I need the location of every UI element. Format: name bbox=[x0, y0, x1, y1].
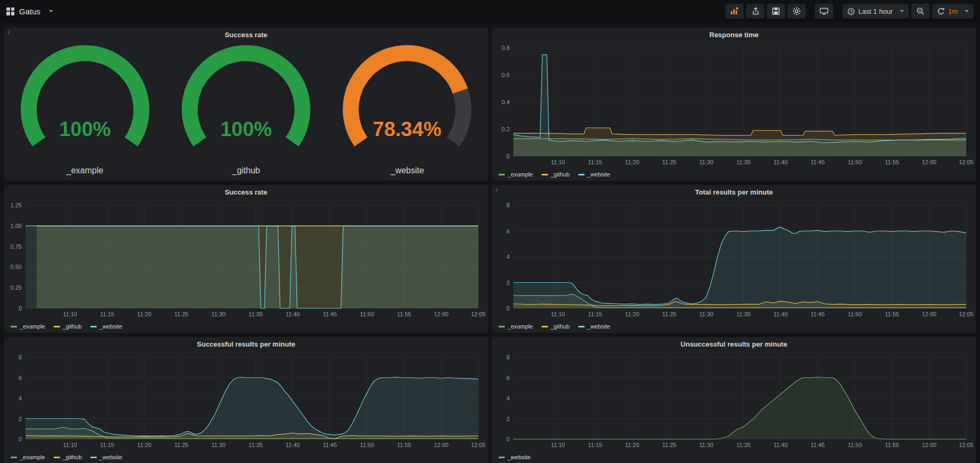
legend-item-_website[interactable]: _website bbox=[90, 454, 122, 460]
svg-text:12:00: 12:00 bbox=[434, 311, 449, 317]
legend-item-_github[interactable]: _github bbox=[54, 454, 82, 460]
gauge-value: 78.34% bbox=[373, 118, 442, 140]
svg-text:6: 6 bbox=[506, 375, 510, 381]
panel-header[interactable]: Total results per minute bbox=[492, 185, 976, 199]
svg-text:6: 6 bbox=[506, 228, 510, 234]
svg-text:11:35: 11:35 bbox=[249, 442, 263, 448]
y-axis-labels: 02468 bbox=[506, 202, 510, 312]
svg-text:8: 8 bbox=[19, 354, 22, 360]
legend-item-_github[interactable]: _github bbox=[542, 171, 570, 178]
series-_website bbox=[513, 227, 966, 308]
svg-text:4: 4 bbox=[506, 395, 510, 401]
svg-text:11:15: 11:15 bbox=[588, 159, 602, 165]
gauge-_example: 100% bbox=[5, 43, 165, 166]
chart-area: 00.250.500.751.001.2511:1011:1511:2011:2… bbox=[4, 199, 488, 321]
legend-item-_example[interactable]: _example bbox=[11, 323, 45, 330]
chart-total-results[interactable]: 0246811:1011:1511:2011:2511:3011:3511:40… bbox=[493, 199, 975, 319]
panel-info-icon[interactable]: i bbox=[496, 186, 497, 192]
legend-item-_example[interactable]: _example bbox=[11, 454, 45, 460]
svg-text:2: 2 bbox=[506, 416, 510, 422]
settings-button[interactable] bbox=[788, 4, 806, 19]
legend-swatch bbox=[499, 174, 505, 175]
navbar: Gatus bbox=[0, 0, 980, 22]
gauge-_website: 78.34% bbox=[327, 43, 487, 166]
caret-down-icon bbox=[900, 10, 904, 12]
chart-response-time[interactable]: 00.20.40.60.811:1011:1511:2011:2511:3011… bbox=[493, 41, 975, 167]
clock-icon bbox=[847, 7, 855, 15]
save-button[interactable] bbox=[767, 4, 785, 19]
svg-text:11:10: 11:10 bbox=[63, 442, 77, 448]
svg-text:11:20: 11:20 bbox=[625, 442, 639, 448]
grid-lines bbox=[513, 357, 966, 439]
svg-text:11:10: 11:10 bbox=[551, 311, 565, 317]
gauge-label: _website bbox=[391, 166, 424, 175]
apps-grid-icon[interactable] bbox=[6, 7, 14, 15]
cycle-view-button[interactable] bbox=[815, 4, 833, 19]
grafana-app: Gatus bbox=[0, 0, 980, 463]
svg-text:11:50: 11:50 bbox=[848, 442, 862, 448]
svg-text:11:25: 11:25 bbox=[662, 159, 677, 165]
chart-unsuccessful-results[interactable]: 0246811:1011:1511:2011:2511:3011:3511:40… bbox=[493, 351, 975, 450]
refresh-button[interactable]: 1m bbox=[932, 4, 974, 19]
share-button[interactable] bbox=[746, 4, 764, 19]
panel-header[interactable]: Successful results per minute bbox=[4, 337, 488, 351]
svg-text:0.4: 0.4 bbox=[502, 99, 510, 105]
svg-text:11:50: 11:50 bbox=[360, 311, 374, 317]
dashboard-picker[interactable]: Gatus bbox=[6, 7, 53, 16]
svg-text:11:55: 11:55 bbox=[397, 442, 411, 448]
svg-text:12:00: 12:00 bbox=[922, 311, 936, 317]
legend-item-_example[interactable]: _example bbox=[499, 323, 533, 330]
x-axis-labels: 11:1011:1511:2011:2511:3011:3511:4011:45… bbox=[551, 311, 973, 317]
legend-swatch bbox=[499, 326, 505, 327]
svg-text:12:05: 12:05 bbox=[471, 311, 486, 317]
x-axis-labels: 11:1011:1511:2011:2511:3011:3511:4011:45… bbox=[551, 159, 973, 165]
chart-legend: _website bbox=[492, 452, 976, 461]
monitor-icon bbox=[820, 7, 829, 15]
share-icon bbox=[751, 7, 759, 15]
dashboard-title[interactable]: Gatus bbox=[19, 7, 40, 16]
panel-header[interactable]: Success rate bbox=[4, 185, 488, 199]
legend-item-_website[interactable]: _website bbox=[578, 323, 610, 330]
legend-swatch bbox=[499, 457, 505, 458]
panel-header[interactable]: Success rate bbox=[4, 28, 488, 41]
svg-text:11:30: 11:30 bbox=[699, 442, 714, 448]
svg-text:0: 0 bbox=[506, 436, 510, 442]
chart-successful-results[interactable]: 0246811:1011:1511:2011:2511:3011:3511:40… bbox=[5, 351, 487, 450]
svg-text:11:50: 11:50 bbox=[848, 311, 862, 317]
svg-text:6: 6 bbox=[19, 375, 22, 381]
svg-text:11:40: 11:40 bbox=[773, 159, 788, 165]
legend-item-_website[interactable]: _website bbox=[499, 454, 530, 460]
svg-text:0.8: 0.8 bbox=[502, 45, 510, 51]
chart-success-rate-series[interactable]: 00.250.500.751.001.2511:1011:1511:2011:2… bbox=[5, 199, 487, 319]
svg-text:11:55: 11:55 bbox=[885, 159, 899, 165]
svg-text:0.2: 0.2 bbox=[502, 126, 510, 132]
legend-item-_github[interactable]: _github bbox=[54, 323, 82, 330]
legend-label: _example bbox=[20, 323, 45, 330]
gauge-_github: 100% bbox=[166, 43, 326, 166]
panel-info-icon[interactable]: i bbox=[8, 29, 10, 35]
add-panel-button[interactable] bbox=[725, 4, 744, 19]
gauge-label: _github bbox=[232, 166, 260, 175]
svg-text:12:05: 12:05 bbox=[959, 442, 974, 448]
svg-text:11:40: 11:40 bbox=[285, 442, 300, 448]
refresh-interval-label: 1m bbox=[948, 7, 958, 15]
legend-item-_website[interactable]: _website bbox=[578, 171, 610, 178]
panel-title: Response time bbox=[709, 31, 758, 39]
legend-item-_github[interactable]: _github bbox=[542, 323, 570, 330]
svg-text:4: 4 bbox=[19, 395, 22, 401]
refresh-icon bbox=[937, 7, 945, 15]
panel-title: Total results per minute bbox=[695, 188, 773, 196]
svg-text:11:35: 11:35 bbox=[737, 442, 751, 448]
panel-header[interactable]: Response time bbox=[492, 28, 976, 41]
zoom-out-button[interactable] bbox=[911, 4, 930, 19]
svg-text:11:30: 11:30 bbox=[212, 311, 226, 317]
panel-unsuccessful-results: Unsuccessful results per minute0246811:1… bbox=[492, 337, 976, 463]
legend-item-_website[interactable]: _website bbox=[90, 323, 122, 330]
svg-text:11:25: 11:25 bbox=[662, 311, 677, 317]
caret-down-icon bbox=[49, 10, 53, 12]
svg-text:11:30: 11:30 bbox=[699, 311, 714, 317]
time-picker-button[interactable]: Last 1 hour bbox=[842, 4, 909, 19]
chart-legend: _example_github_website bbox=[4, 321, 488, 331]
legend-item-_example[interactable]: _example bbox=[499, 171, 533, 178]
panel-header[interactable]: Unsuccessful results per minute bbox=[492, 337, 976, 351]
